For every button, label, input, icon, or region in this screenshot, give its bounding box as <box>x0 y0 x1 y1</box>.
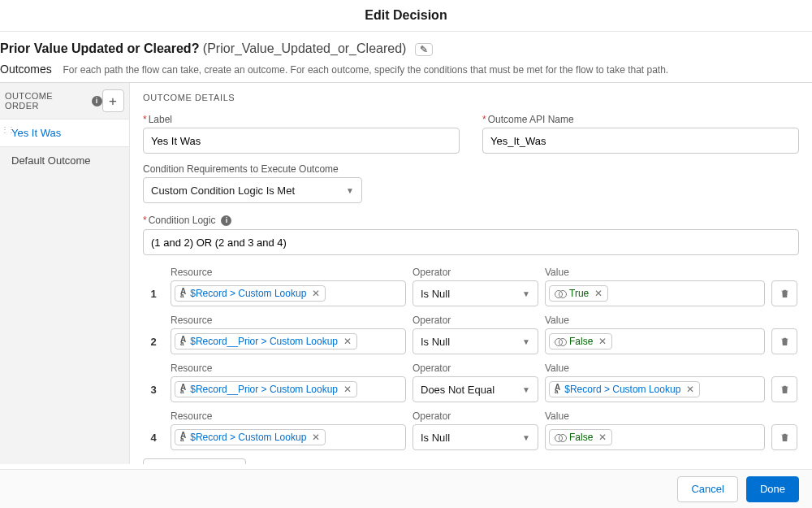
delete-condition-button[interactable] <box>771 280 797 306</box>
condition-number: 3 <box>143 384 164 402</box>
outcome-details-panel: OUTCOME DETAILS Label Outcome API Name C… <box>130 83 812 464</box>
chevron-down-icon: ▼ <box>522 385 530 394</box>
resource-pill[interactable]: Aa$Record > Custom Lookup✕ <box>175 429 326 445</box>
resource-input[interactable]: Aa$Record__Prior > Custom Lookup✕ <box>171 328 406 354</box>
operator-select[interactable]: Is Null▼ <box>412 424 538 450</box>
text-type-icon: Aa <box>180 337 186 345</box>
condition-row: 4ResourceAa$Record > Custom Lookup✕Opera… <box>143 410 799 450</box>
outcomes-heading: Outcomes <box>0 63 52 76</box>
remove-pill-icon[interactable]: ✕ <box>342 384 352 395</box>
boolean-icon <box>555 290 565 297</box>
condition-row: 2ResourceAa$Record__Prior > Custom Looku… <box>143 315 799 354</box>
decision-api-name: (Prior_Value_Updated_or_Cleared) <box>203 41 407 55</box>
condition-number: 4 <box>143 432 164 450</box>
operator-label: Operator <box>412 315 538 326</box>
text-type-icon: Aa <box>180 385 186 393</box>
value-input[interactable]: False✕ <box>545 328 765 354</box>
resource-pill[interactable]: Aa$Record__Prior > Custom Lookup✕ <box>175 333 357 350</box>
remove-pill-icon[interactable]: ✕ <box>342 336 352 347</box>
chevron-down-icon: ▼ <box>346 186 354 195</box>
condition-logic-label: Condition Logic <box>143 215 215 226</box>
value-label: Value <box>545 410 765 422</box>
delete-condition-button[interactable] <box>771 424 797 450</box>
operator-select[interactable]: Is Null▼ <box>412 280 538 306</box>
resource-label: Resource <box>171 315 406 326</box>
value-label: Value <box>545 267 765 278</box>
value-input[interactable]: True✕ <box>545 280 765 306</box>
value-input[interactable]: False✕ <box>545 424 765 450</box>
remove-pill-icon[interactable]: ✕ <box>310 432 320 443</box>
operator-label: Operator <box>412 267 538 278</box>
text-type-icon: Aa <box>180 289 186 297</box>
api-name-field-label: Outcome API Name <box>482 114 799 125</box>
resource-label: Resource <box>171 267 406 278</box>
chevron-down-icon: ▼ <box>522 289 530 298</box>
modal-title: Edit Decision <box>0 0 812 32</box>
condition-logic-input[interactable] <box>143 229 799 255</box>
info-icon[interactable]: i <box>92 96 102 106</box>
operator-label: Operator <box>412 363 538 374</box>
delete-condition-button[interactable] <box>771 376 797 402</box>
api-name-input[interactable] <box>482 128 799 154</box>
decision-header: Prior Value Updated or Cleared? (Prior_V… <box>0 32 812 63</box>
outcome-order-sidebar: OUTCOME ORDER i + Yes It WasDefault Outc… <box>0 83 130 464</box>
outcome-details-title: OUTCOME DETAILS <box>143 93 799 102</box>
sidebar-item-yes-it-was[interactable]: Yes It Was <box>0 119 129 147</box>
remove-pill-icon[interactable]: ✕ <box>310 288 320 299</box>
boolean-value-pill[interactable]: False✕ <box>549 429 612 445</box>
outcomes-heading-row: Outcomes For each path the flow can take… <box>0 63 812 82</box>
decision-label: Prior Value Updated or Cleared? <box>0 41 199 55</box>
remove-pill-icon[interactable]: ✕ <box>593 288 603 299</box>
resource-pill[interactable]: Aa$Record > Custom Lookup✕ <box>175 285 326 302</box>
value-label: Value <box>545 315 765 326</box>
condition-requirements-select[interactable]: Custom Condition Logic Is Met ▼ <box>143 177 362 203</box>
remove-pill-icon[interactable]: ✕ <box>685 384 694 395</box>
condition-number: 2 <box>143 336 164 354</box>
resource-pill[interactable]: Aa$Record__Prior > Custom Lookup✕ <box>175 381 357 397</box>
done-button[interactable]: Done <box>746 476 799 502</box>
condition-number: 1 <box>143 288 164 306</box>
resource-input[interactable]: Aa$Record > Custom Lookup✕ <box>171 424 406 450</box>
value-label: Value <box>545 363 765 374</box>
resource-input[interactable]: Aa$Record > Custom Lookup✕ <box>171 280 406 306</box>
value-input[interactable]: Aa$Record > Custom Lookup✕ <box>545 376 765 402</box>
chevron-down-icon: ▼ <box>522 337 530 346</box>
edit-pencil-icon[interactable]: ✎ <box>415 43 433 56</box>
info-icon[interactable]: i <box>221 215 231 226</box>
remove-pill-icon[interactable]: ✕ <box>597 336 607 347</box>
sidebar-item-default-outcome[interactable]: Default Outcome <box>0 147 129 174</box>
text-type-icon: Aa <box>180 433 186 441</box>
text-type-icon: Aa <box>555 385 560 393</box>
boolean-value-pill[interactable]: False✕ <box>549 333 612 350</box>
label-input[interactable] <box>143 128 460 154</box>
add-outcome-button[interactable]: + <box>102 89 124 112</box>
add-condition-button[interactable]: + Add Condition <box>143 458 246 464</box>
condition-requirements-label: Condition Requirements to Execute Outcom… <box>143 163 799 175</box>
chevron-down-icon: ▼ <box>522 433 530 442</box>
boolean-icon <box>555 434 565 441</box>
value-ref-pill[interactable]: Aa$Record > Custom Lookup✕ <box>549 381 700 397</box>
outcome-order-label: OUTCOME ORDER i <box>5 91 102 111</box>
operator-select[interactable]: Does Not Equal▼ <box>412 376 538 402</box>
cancel-button[interactable]: Cancel <box>677 476 737 502</box>
label-field-label: Label <box>143 114 460 125</box>
resource-label: Resource <box>171 410 406 422</box>
condition-row: 3ResourceAa$Record__Prior > Custom Looku… <box>143 363 799 402</box>
resource-input[interactable]: Aa$Record__Prior > Custom Lookup✕ <box>171 376 406 402</box>
remove-pill-icon[interactable]: ✕ <box>597 432 607 443</box>
delete-condition-button[interactable] <box>771 328 797 354</box>
operator-select[interactable]: Is Null▼ <box>412 328 538 354</box>
boolean-icon <box>555 338 565 345</box>
boolean-value-pill[interactable]: True✕ <box>549 285 608 302</box>
operator-label: Operator <box>412 410 538 422</box>
outcomes-description: For each path the flow can take, create … <box>63 64 668 76</box>
condition-row: 1ResourceAa$Record > Custom Lookup✕Opera… <box>143 267 799 306</box>
modal-footer: Cancel Done <box>0 469 812 508</box>
resource-label: Resource <box>171 363 406 374</box>
